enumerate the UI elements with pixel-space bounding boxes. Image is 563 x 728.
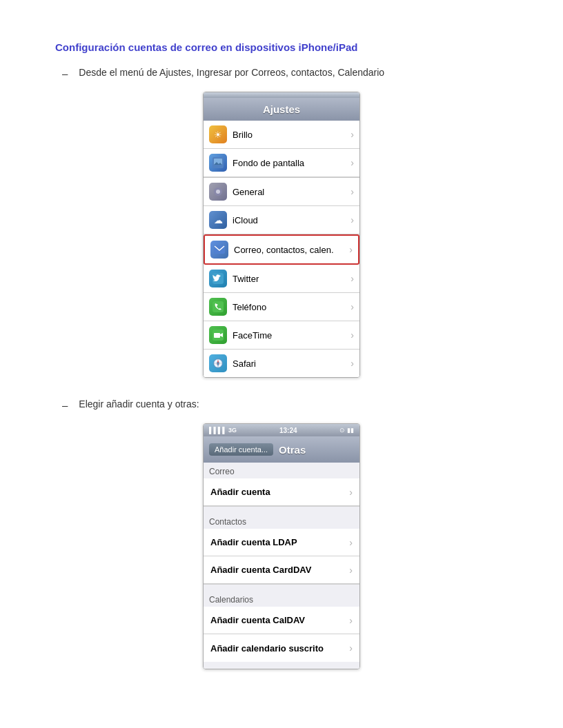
status-signal: ▌▌▌▌ 3G [209,427,237,434]
chevron-facetime: › [350,330,354,341]
iphone-top-bar [204,92,359,98]
icon-telefono [209,298,227,316]
group-header-calendarios: Calendarios [204,591,359,607]
icon-facetime [209,326,227,344]
chevron-telefono: › [350,301,354,312]
svg-rect-9 [214,333,220,338]
list-item-general: General › [204,178,359,206]
list-item-anadir-carddav: Añadir cuenta CardDAV › [204,556,359,584]
group-label-correo: Correo [209,467,235,476]
ios-nav-bar-ajustes: Ajustes [204,98,359,121]
chevron-anadir-carddav: › [349,565,353,576]
icon-correo [210,241,228,259]
ios-nav-title-otras: Otras [279,444,306,456]
list-item-icloud: ☁ iCloud › [204,206,359,234]
bullet-dash-2: – [62,399,68,411]
chevron-anadir-caldav: › [349,615,353,626]
group-header-contactos: Contactos [204,513,359,529]
list-item-fondo: Fondo de pantalla › [204,149,359,177]
chevron-fondo: › [350,157,354,168]
list-item-facetime: FaceTime › [204,321,359,350]
list-item-correo: Correo, contactos, calen. › [204,234,359,265]
icon-fondo [209,154,227,172]
ios-nav-title-ajustes: Ajustes [263,103,300,115]
label-fondo: Fondo de pantalla [233,158,348,168]
bullet-item-2: – Elegir añadir cuenta y otras: [55,398,508,411]
ios-nav-bar-otras: Añadir cuenta... Otras [204,436,359,463]
chevron-anadir-calendario: › [349,643,353,654]
icon-twitter [209,270,227,287]
status-battery: ⊙ ▮▮ [339,427,354,434]
chevron-correo: › [349,244,353,255]
iphone-screenshot-1: Ajustes ☀ Brillo › Fondo de pantalla › G… [203,92,360,378]
bullet-text-1: Desde el menú de Ajustes, Ingresar por C… [79,67,384,78]
bullet-text-2: Elegir añadir cuenta y otras: [79,398,199,410]
label-correo: Correo, contactos, calen. [234,245,346,255]
sep-correo-contactos [204,506,359,513]
svg-rect-7 [213,301,224,312]
list-item-anadir-calendario: Añadir calendario suscrito › [204,634,359,662]
bullet-dash-1: – [62,68,68,79]
label-facetime: FaceTime [233,330,348,341]
label-telefono: Teléfono [233,302,348,312]
label-twitter: Twitter [233,274,348,284]
group-label-contactos: Contactos [209,517,246,527]
screen2-bottom-pad [204,662,359,669]
page-title: Configuración cuentas de correo en dispo… [55,41,508,53]
label-anadir-calendario: Añadir calendario suscrito [210,643,349,654]
label-anadir-ldap: Añadir cuenta LDAP [210,537,349,547]
label-anadir-carddav: Añadir cuenta CardDAV [210,565,349,575]
label-safari: Safari [233,358,348,369]
label-brillo: Brillo [233,130,348,140]
back-button[interactable]: Añadir cuenta... [209,443,273,456]
label-icloud: iCloud [233,215,348,225]
chevron-brillo: › [350,129,354,140]
icon-icloud: ☁ [209,211,227,229]
chevron-anadir-ldap: › [349,537,353,548]
page-container: Configuración cuentas de correo en dispo… [0,0,563,728]
chevron-anadir-cuenta: › [349,487,353,498]
ios-status-bar: ▌▌▌▌ 3G 13:24 ⊙ ▮▮ [204,424,359,436]
group-header-correo: Correo [204,463,359,478]
list-item-brillo: ☀ Brillo › [204,121,359,149]
svg-point-4 [216,190,220,194]
status-time: 13:24 [279,427,297,434]
chevron-general: › [350,186,354,197]
icon-safari [209,354,227,372]
chevron-safari: › [350,358,354,369]
icon-general [209,183,227,201]
list-item-telefono: Teléfono › [204,293,359,321]
group-label-calendarios: Calendarios [209,595,253,605]
label-general: General [233,187,348,197]
list-item-safari: Safari › [204,350,359,377]
iphone-screenshot-2: ▌▌▌▌ 3G 13:24 ⊙ ▮▮ Añadir cuenta... Otra… [203,423,360,669]
list-item-anadir-ldap: Añadir cuenta LDAP › [204,529,359,556]
list-item-anadir-cuenta: Añadir cuenta › [204,478,359,506]
icon-brillo: ☀ [209,125,227,143]
label-anadir-caldav: Añadir cuenta CalDAV [210,615,349,625]
list-item-anadir-caldav: Añadir cuenta CalDAV › [204,607,359,634]
list-item-twitter: Twitter › [204,265,359,293]
bullet-item-1: – Desde el menú de Ajustes, Ingresar por… [55,67,508,79]
chevron-icloud: › [350,214,354,225]
label-anadir-cuenta: Añadir cuenta [210,487,349,497]
chevron-twitter: › [350,273,354,284]
sep-contactos-calendarios [204,584,359,591]
